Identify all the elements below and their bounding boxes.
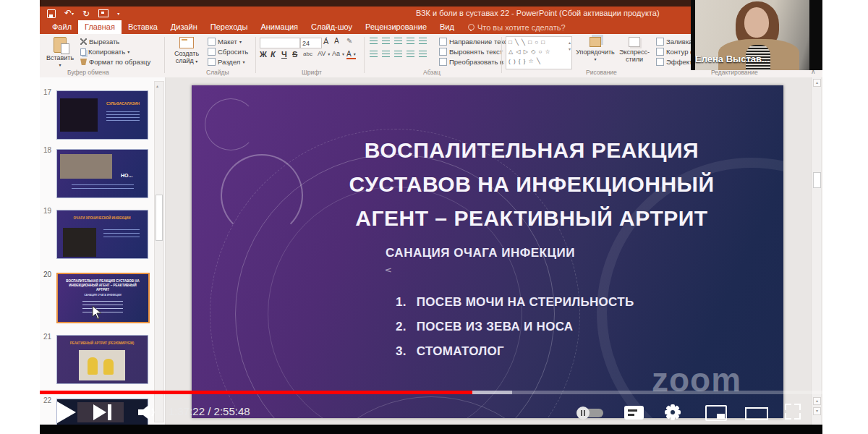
thumb-text-lines xyxy=(106,111,140,122)
paste-button[interactable]: Вставить ▾ xyxy=(44,37,76,69)
arrange-button[interactable]: Упорядочить ▾ xyxy=(576,37,614,63)
tab-animations[interactable]: Анимация xyxy=(254,20,305,34)
bullets-icon[interactable] xyxy=(370,38,378,44)
text-shadow-button[interactable]: abc xyxy=(303,51,312,57)
next-video-button[interactable] xyxy=(93,404,106,420)
scrollbar-thumb[interactable] xyxy=(813,172,821,188)
new-slide-label2: слайд ▾ xyxy=(176,57,198,65)
scrollbar-thumb[interactable] xyxy=(156,195,163,241)
thumb-image xyxy=(63,228,96,257)
smartart-icon xyxy=(439,58,447,66)
video-player[interactable]: ↶▾ ↻ ▾ ВЗК и боли в суставах 22 - PowerP… xyxy=(40,0,822,434)
font-size-combo[interactable]: 24 xyxy=(300,38,322,48)
section-icon xyxy=(208,58,216,66)
shapes-scroll-arrows[interactable]: ▴▾ xyxy=(569,40,571,51)
settings-gear-icon[interactable] xyxy=(665,404,681,420)
list-buttons[interactable] xyxy=(370,38,427,44)
tab-transitions[interactable]: Переходы xyxy=(204,20,255,34)
thumb-subtitle: САНАЦИЯ ОЧАГА ИНФЕКЦИИ xyxy=(80,294,126,297)
font-color-button[interactable]: А▾ xyxy=(346,50,356,59)
cut-button[interactable]: Вырезать xyxy=(80,38,119,46)
tab-review[interactable]: Рецензирование xyxy=(359,20,433,34)
decrease-indent-icon[interactable] xyxy=(394,38,402,44)
shapes-gallery[interactable]: □ ╲ ╲ □ ○ □ △ ◁ ▷ ◇ ○ ☆ ( ) { } ☆ ╲ xyxy=(506,36,572,69)
new-slide-button[interactable]: Создать слайд ▾ xyxy=(170,37,203,65)
format-painter-button[interactable]: Формат по образцу xyxy=(80,58,150,66)
section-button[interactable]: Раздел▾ xyxy=(208,58,244,66)
decor-ring xyxy=(205,98,257,150)
slide-area-scrollbar[interactable]: ▴ ▴ ▾ xyxy=(811,77,821,425)
reset-button[interactable]: Сбросить xyxy=(208,48,248,56)
list-number: 2. xyxy=(396,320,407,334)
new-slide-icon xyxy=(179,37,194,48)
thumbnail-slide-19[interactable]: ОЧАГИ ХРОНИЧЕСКОЙ ИНФЕКЦИИ xyxy=(56,210,148,259)
tab-design[interactable]: Дизайн xyxy=(164,20,204,34)
preview-icon[interactable] xyxy=(98,9,109,17)
undo-icon[interactable]: ↶▾ xyxy=(64,9,74,18)
tab-view[interactable]: Вид xyxy=(433,20,461,34)
grow-font-button[interactable]: А́ xyxy=(323,37,328,46)
thumbnail-scrollbar[interactable]: ▴ xyxy=(154,81,164,422)
video-controls: 1:37:22 / 2:55:48 xyxy=(40,394,822,425)
arrange-dropdown-icon: ▾ xyxy=(594,56,596,63)
underline-button[interactable]: Ч xyxy=(281,50,287,59)
next-video-button-bar[interactable] xyxy=(108,404,111,420)
thumbnail-slide-18[interactable]: НО... xyxy=(56,149,148,198)
save-icon[interactable] xyxy=(47,9,56,18)
tab-file[interactable]: Файл xyxy=(46,20,78,34)
increase-indent-icon[interactable] xyxy=(407,38,414,44)
thumb-image xyxy=(60,154,112,179)
volume-icon[interactable] xyxy=(138,404,157,421)
layout-button[interactable]: Макет▾ xyxy=(208,38,242,46)
slide-thumbnail-panel[interactable]: 17 СУЛЬФАСАЛАЗИН 18 НО... 19 ОЧАГИ ХРОНИ… xyxy=(40,77,166,425)
copy-button[interactable]: Копировать ▾ xyxy=(80,48,129,56)
slide-title-line3: АГЕНТ – РЕАКТИВНЫЙ АРТРИТ xyxy=(293,201,770,235)
align-right-icon[interactable] xyxy=(394,51,402,57)
bold-button[interactable]: Ж xyxy=(260,50,267,59)
subtitles-icon[interactable] xyxy=(624,406,644,420)
tab-insert[interactable]: Вставка xyxy=(122,20,164,34)
paragraph-group-label: Абзац xyxy=(423,69,441,76)
shrink-font-button[interactable]: А xyxy=(334,37,339,45)
numbering-icon[interactable] xyxy=(382,38,390,44)
align-center-icon[interactable] xyxy=(382,51,390,57)
copy-label: Копировать xyxy=(88,48,125,56)
tell-me-box[interactable]: Что вы хотите сделать? xyxy=(461,20,566,34)
quick-styles-button[interactable]: Экспресс- стили xyxy=(617,37,652,63)
thumbnail-slide-17[interactable]: СУЛЬФАСАЛАЗИН xyxy=(56,90,148,140)
align-text-icon xyxy=(439,48,447,56)
columns-icon[interactable] xyxy=(419,51,427,57)
play-button[interactable] xyxy=(57,401,76,423)
tab-home[interactable]: Главная xyxy=(78,20,122,34)
tab-slideshow[interactable]: Слайд-шоу xyxy=(305,20,359,34)
strikethrough-button[interactable]: S xyxy=(292,50,297,59)
font-name-combo[interactable] xyxy=(260,38,300,48)
font-group-label: Шрифт xyxy=(302,69,322,76)
char-spacing-button[interactable]: AV▾ xyxy=(318,50,330,57)
paste-label: Вставить xyxy=(46,54,74,61)
align-buttons[interactable] xyxy=(370,51,427,57)
align-text-button[interactable]: Выровнять текст xyxy=(439,48,503,56)
autoplay-toggle[interactable] xyxy=(579,409,603,417)
fullscreen-icon[interactable] xyxy=(785,404,801,420)
group-separator xyxy=(164,37,165,73)
redo-icon[interactable]: ↻ xyxy=(82,9,90,18)
line-spacing-icon[interactable] xyxy=(419,38,427,44)
theater-mode-icon[interactable] xyxy=(745,407,768,420)
presenter-face xyxy=(744,7,769,38)
miniplayer-icon[interactable] xyxy=(705,405,727,421)
decor-ring xyxy=(221,154,303,237)
scroll-up-icon[interactable]: ▴ xyxy=(156,83,158,88)
slide-list-item: 2. ПОСЕВ ИЗ ЗЕВА И НОСА xyxy=(396,320,573,334)
time-display: 1:37:22 / 2:55:48 xyxy=(169,405,250,417)
justify-icon[interactable] xyxy=(407,51,414,57)
thumbnail-slide-20-selected[interactable]: ВОСПАЛИТЕЛЬНАЯ РЕАКЦИЯ СУСТАВОВ НА ИНФЕК… xyxy=(56,273,150,323)
thumbnail-slide-21[interactable]: РЕАКТИВНЫЙ АРТРИТ (РЕЗЮМИРУЕМ) xyxy=(56,335,148,384)
change-case-button[interactable]: Аа▾ xyxy=(332,50,344,57)
italic-button[interactable]: К xyxy=(271,50,276,59)
scroll-up-icon[interactable]: ▴ xyxy=(813,79,821,87)
clear-format-button[interactable]: ✎ xyxy=(346,37,352,45)
align-left-icon[interactable] xyxy=(370,51,378,57)
qat-more-icon[interactable]: ▾ xyxy=(117,9,119,18)
copy-icon xyxy=(80,48,86,56)
